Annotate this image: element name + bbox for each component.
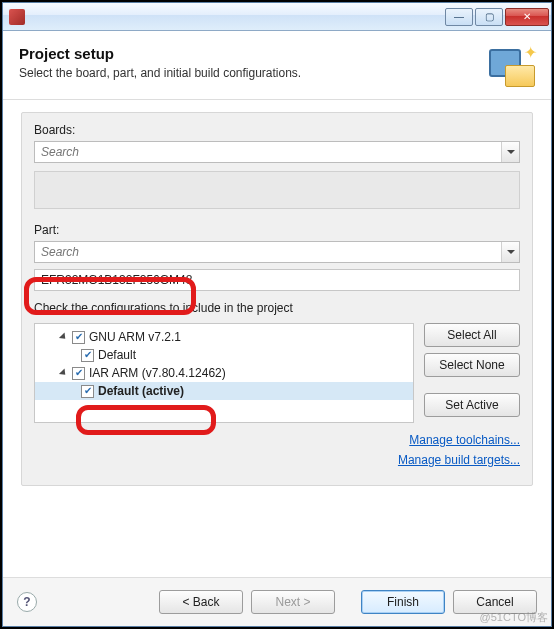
- wizard-footer: ? < Back Next > Finish Cancel: [3, 577, 551, 626]
- part-search[interactable]: [34, 241, 520, 263]
- part-dropdown-button[interactable]: [501, 242, 519, 262]
- checkbox[interactable]: ✔: [72, 367, 85, 380]
- tree-label: Default (active): [98, 383, 184, 399]
- tree-label: GNU ARM v7.2.1: [89, 329, 181, 345]
- app-icon: [9, 9, 25, 25]
- boards-part-panel: Boards: Part: EFR32MG1B132F256GM48 Check…: [21, 112, 533, 486]
- wizard-header: Project setup Select the board, part, an…: [3, 31, 551, 100]
- boards-label: Boards:: [34, 123, 520, 137]
- select-all-button[interactable]: Select All: [424, 323, 520, 347]
- wizard-icon: ✦: [487, 45, 535, 87]
- select-none-button[interactable]: Select None: [424, 353, 520, 377]
- minimize-button[interactable]: —: [445, 8, 473, 26]
- checkbox[interactable]: ✔: [81, 385, 94, 398]
- manage-toolchains-link[interactable]: Manage toolchains...: [34, 433, 520, 447]
- tree-node-gnu-default[interactable]: ✔ Default: [35, 346, 413, 364]
- expander-icon[interactable]: [59, 368, 68, 377]
- page-title: Project setup: [19, 45, 479, 62]
- back-button[interactable]: < Back: [159, 590, 243, 614]
- part-label: Part:: [34, 223, 520, 237]
- checkbox[interactable]: ✔: [81, 349, 94, 362]
- expander-icon[interactable]: [59, 332, 68, 341]
- chevron-down-icon: [507, 150, 515, 154]
- checkbox[interactable]: ✔: [72, 331, 85, 344]
- boards-result-box: [34, 171, 520, 209]
- boards-dropdown-button[interactable]: [501, 142, 519, 162]
- page-subtitle: Select the board, part, and initial buil…: [19, 66, 479, 80]
- titlebar: — ▢ ✕: [3, 3, 551, 31]
- boards-search[interactable]: [34, 141, 520, 163]
- chevron-down-icon: [507, 250, 515, 254]
- tree-node-gnu[interactable]: ✔ GNU ARM v7.2.1: [35, 328, 413, 346]
- wizard-window: — ▢ ✕ Project setup Select the board, pa…: [2, 2, 552, 627]
- finish-button[interactable]: Finish: [361, 590, 445, 614]
- tree-label: IAR ARM (v7.80.4.12462): [89, 365, 226, 381]
- set-active-button[interactable]: Set Active: [424, 393, 520, 417]
- manage-build-targets-link[interactable]: Manage build targets...: [34, 453, 520, 467]
- boards-search-input[interactable]: [35, 142, 501, 162]
- cancel-button[interactable]: Cancel: [453, 590, 537, 614]
- tree-label: Default: [98, 347, 136, 363]
- close-button[interactable]: ✕: [505, 8, 549, 26]
- part-search-input[interactable]: [35, 242, 501, 262]
- configs-tree[interactable]: ✔ GNU ARM v7.2.1 ✔ Default ✔ IAR ARM (v7…: [34, 323, 414, 423]
- next-button: Next >: [251, 590, 335, 614]
- configs-note: Check the configurations to include in t…: [34, 301, 520, 315]
- help-icon[interactable]: ?: [17, 592, 37, 612]
- tree-node-iar-default-active[interactable]: ✔ Default (active): [35, 382, 413, 400]
- maximize-button[interactable]: ▢: [475, 8, 503, 26]
- tree-node-iar[interactable]: ✔ IAR ARM (v7.80.4.12462): [35, 364, 413, 382]
- part-selected-field[interactable]: EFR32MG1B132F256GM48: [34, 269, 520, 291]
